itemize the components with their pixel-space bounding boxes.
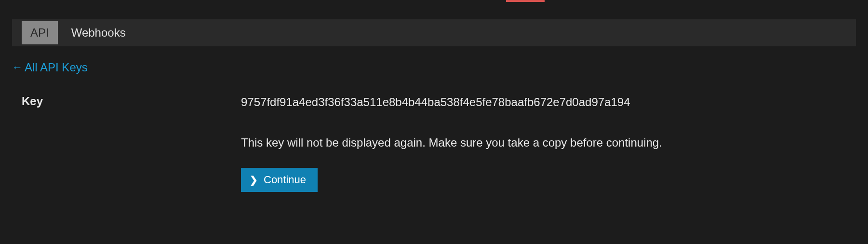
back-link-label: All API Keys [25,61,88,74]
tab-bar: API Webhooks [12,19,856,46]
key-label: Key [22,95,241,108]
tab-api[interactable]: API [22,21,58,44]
api-key-value: 9757fdf91a4ed3f36f33a511e8b4b44ba538f4e5… [241,95,868,109]
chevron-right-icon: ❯ [250,174,258,186]
continue-button-label: Continue [264,174,306,186]
label-column: Key [22,95,241,192]
top-accent-bar [506,0,545,2]
arrow-left-icon: ← [12,62,23,73]
back-all-api-keys-link[interactable]: ← All API Keys [12,61,88,74]
continue-button[interactable]: ❯ Continue [241,168,318,192]
content-area: Key 9757fdf91a4ed3f36f33a511e8b4b44ba538… [0,95,868,192]
value-column: 9757fdf91a4ed3f36f33a511e8b4b44ba538f4e5… [241,95,868,192]
tab-webhooks[interactable]: Webhooks [63,21,134,44]
key-warning-text: This key will not be displayed again. Ma… [241,136,868,149]
